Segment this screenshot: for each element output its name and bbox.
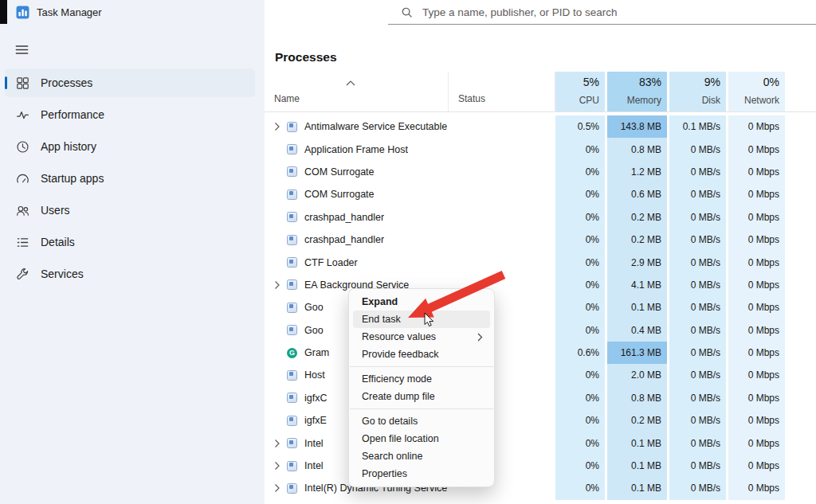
column-header-memory[interactable]: 83% Memory — [607, 72, 667, 111]
menu-item-expand[interactable]: Expand — [353, 293, 490, 311]
process-row[interactable]: crashpad_handler 0%0.2 MB0 MB/s0 Mbps — [265, 229, 816, 251]
process-row[interactable]: EA Background Service 0%4.1 MB0 MB/s0 Mb… — [265, 274, 816, 296]
mem-cell: 0.1 MB — [607, 296, 667, 318]
process-row[interactable]: Goo 0%0.1 MB0 MB/s0 Mbps — [265, 296, 816, 318]
process-row[interactable]: Goo 0%0.4 MB0 MB/s0 Mbps — [265, 319, 816, 342]
mem-cell: 0.4 MB — [607, 319, 667, 342]
net-cell: 0 Mbps — [728, 115, 785, 138]
title-bar: Task Manager Type a name, publisher, or … — [0, 0, 816, 25]
menu-item-efficiency-mode[interactable]: Efficiency mode — [353, 370, 490, 388]
disk-cell: 0 MB/s — [669, 161, 726, 183]
name-cell: COM Surrogate — [265, 183, 449, 205]
menu-item-open-file-location[interactable]: Open file location — [353, 430, 490, 447]
process-row[interactable]: COM Surrogate 0%0.6 MB0 MB/s0 Mbps — [265, 183, 816, 205]
sidebar-item-app-history[interactable]: App history — [5, 132, 255, 161]
sidebar-item-startup-apps[interactable]: Startup apps — [5, 164, 255, 193]
process-row[interactable]: Application Frame Host 0%0.8 MB0 MB/s0 M… — [265, 138, 816, 160]
row-spacer — [785, 296, 816, 318]
process-name: crashpad_handler — [304, 212, 384, 223]
sidebar-item-label: Users — [41, 204, 70, 217]
sidebar-item-processes[interactable]: Processes — [5, 68, 255, 97]
process-row[interactable]: Intel(R) Dynamic Tuning Service 0%0.1 MB… — [265, 477, 816, 499]
task-manager-window: Task Manager Type a name, publisher, or … — [0, 0, 816, 504]
process-row[interactable]: Antimalware Service Executable 0.5%143.8… — [265, 115, 816, 138]
menu-item-properties[interactable]: Properties — [353, 465, 490, 483]
column-header-disk[interactable]: 9% Disk — [669, 72, 726, 111]
sidebar-item-label: Performance — [41, 108, 104, 121]
selected-indicator — [5, 76, 7, 89]
processes-icon — [16, 76, 29, 90]
process-icon — [287, 189, 297, 200]
column-header-status[interactable]: Status — [449, 72, 555, 111]
menu-item-end-task[interactable]: End task — [353, 311, 490, 328]
name-cell: CTF Loader — [265, 251, 449, 273]
process-row[interactable]: Intel 0%0.1 MB0 MB/s0 Mbps — [265, 455, 816, 477]
process-icon — [287, 122, 297, 132]
process-icon — [287, 325, 297, 335]
mem-cell: 143.8 MB — [607, 115, 667, 138]
name-cell: crashpad_handler — [265, 229, 449, 251]
status-cell — [449, 251, 555, 273]
expand-chevron-icon[interactable] — [274, 461, 282, 471]
window-title: Task Manager — [37, 6, 102, 18]
row-spacer — [785, 229, 816, 251]
process-name: Antimalware Service Executable — [304, 121, 447, 132]
net-cell: 0 Mbps — [728, 409, 785, 432]
column-header-cpu[interactable]: 5% CPU — [555, 72, 605, 111]
process-row[interactable]: igfxC 0%0.8 MB0 MB/s0 Mbps — [265, 387, 816, 409]
menu-item-create-dump-file[interactable]: Create dump file — [353, 388, 490, 405]
expand-chevron-icon[interactable] — [274, 122, 282, 131]
disk-cell: 0 MB/s — [669, 409, 726, 432]
sidebar-item-performance[interactable]: Performance — [5, 100, 255, 129]
expand-chevron-icon[interactable] — [274, 483, 282, 493]
net-cell: 0 Mbps — [728, 274, 785, 296]
process-name: Goo — [304, 302, 324, 313]
process-row[interactable]: G Gram 0.6%161.3 MB0 MB/s0 Mbps — [265, 342, 816, 364]
process-row[interactable]: CTF Loader 0%2.9 MB0 MB/s0 Mbps — [265, 251, 816, 273]
usage-percent: 83% — [639, 76, 661, 88]
net-cell: 0 Mbps — [728, 387, 785, 409]
process-name: Goo — [304, 325, 324, 336]
process-row[interactable]: Host 0%2.0 MB0 MB/s0 Mbps — [265, 364, 816, 386]
menu-item-go-to-details[interactable]: Go to details — [353, 412, 490, 430]
sidebar-item-details[interactable]: Details — [5, 228, 255, 256]
row-spacer — [785, 161, 816, 183]
name-cell: crashpad_handler — [265, 206, 449, 229]
disk-cell: 0 MB/s — [669, 387, 726, 409]
sidebar-item-users[interactable]: Users — [5, 196, 255, 225]
mem-cell: 2.9 MB — [607, 251, 667, 273]
sidebar-item-label: Startup apps — [41, 172, 104, 185]
status-cell — [449, 161, 555, 183]
process-row[interactable]: crashpad_handler 0%0.2 MB0 MB/s0 Mbps — [265, 206, 816, 229]
startup-apps-icon — [16, 172, 29, 186]
search-box[interactable]: Type a name, publisher, or PID to search — [388, 0, 816, 25]
process-row[interactable]: Intel 0%0.1 MB0 MB/s0 Mbps — [265, 432, 816, 454]
expand-chevron-icon[interactable] — [274, 280, 282, 290]
sidebar-item-services[interactable]: Services — [5, 260, 255, 288]
column-header-network[interactable]: 0% Network — [728, 72, 785, 111]
process-name: igfxC — [304, 393, 327, 404]
menu-toggle-button[interactable] — [12, 40, 31, 59]
expand-chevron-icon[interactable] — [274, 439, 282, 448]
menu-item-resource-values[interactable]: Resource values — [353, 328, 490, 346]
process-icon — [287, 393, 297, 403]
menu-separator — [350, 366, 493, 367]
row-spacer — [785, 342, 816, 364]
cpu-cell: 0.6% — [555, 342, 605, 364]
mem-cell: 0.6 MB — [607, 183, 667, 205]
menu-item-provide-feedback[interactable]: Provide feedback — [353, 346, 490, 363]
process-row[interactable]: igfxE 0%0.2 MB0 MB/s0 Mbps — [265, 409, 816, 432]
sort-ascending-icon — [346, 75, 355, 89]
details-icon — [16, 236, 29, 249]
sidebar-item-label: Processes — [41, 76, 92, 89]
cpu-cell: 0% — [555, 183, 605, 205]
page-title: Processes — [275, 50, 337, 64]
mem-cell: 0.1 MB — [607, 432, 667, 454]
column-header-name[interactable]: Name — [265, 72, 449, 111]
menu-item-search-online[interactable]: Search online — [353, 447, 490, 465]
process-icon — [287, 303, 297, 313]
app-history-icon — [16, 140, 29, 154]
process-row[interactable]: COM Surrogate 0%1.2 MB0 MB/s0 Mbps — [265, 161, 816, 183]
row-spacer — [785, 477, 816, 499]
row-spacer — [785, 138, 816, 160]
